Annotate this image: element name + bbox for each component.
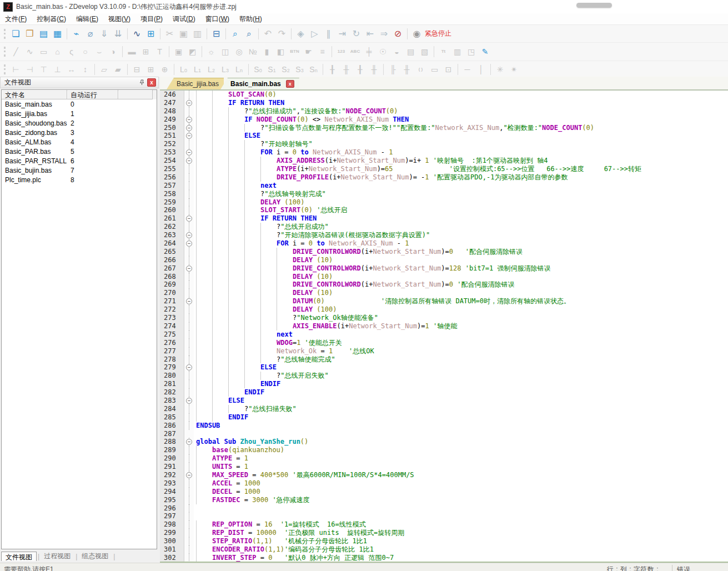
list-widget-icon[interactable]: ≡ [315, 46, 329, 58]
new-file-icon[interactable]: ❏ [9, 27, 23, 41]
ladder-sn-icon[interactable]: Sn [307, 63, 320, 76]
palette-icon[interactable]: ◒ [390, 46, 404, 58]
align-bottom-icon[interactable]: ⊥ [51, 63, 64, 76]
burst-tool-icon[interactable]: ✴ [507, 63, 521, 76]
redo-icon[interactable]: ↷ [275, 27, 289, 41]
print-icon[interactable]: ⊟ [209, 27, 223, 41]
ladder-ln-icon[interactable]: Ln [232, 63, 246, 76]
oscilloscope-icon[interactable]: ∿ [130, 27, 144, 41]
fold-collapse-icon[interactable] [184, 231, 194, 239]
menu-item[interactable]: 调试(D) [168, 13, 200, 25]
pen-icon[interactable]: ✎ [478, 46, 492, 58]
fold-collapse-icon[interactable] [184, 438, 194, 446]
file-column-header[interactable]: 文件名 [2, 90, 67, 99]
copy-icon[interactable]: ▣ [177, 27, 190, 41]
transform-icon[interactable]: ◩ [185, 46, 199, 58]
save-all-icon[interactable]: ▦ [51, 27, 64, 41]
file-row[interactable]: Plc_time.plc8 [2, 175, 157, 184]
draw-curve-icon[interactable]: ς [64, 46, 78, 58]
fold-collapse-icon[interactable] [184, 264, 194, 273]
menu-item[interactable]: 文件(F) [0, 13, 32, 25]
grid-dashed-icon[interactable]: ⊟ [130, 63, 144, 76]
run-to-cursor-icon[interactable]: ⇒ [377, 27, 391, 41]
fold-collapse-icon[interactable] [184, 214, 194, 223]
debug-run-icon[interactable]: ▷ [308, 27, 322, 41]
function-block-icon[interactable]: ▭ [428, 63, 441, 76]
debug-pause-icon[interactable]: ∥ [322, 27, 335, 41]
button-widget-icon[interactable]: BTN [288, 46, 302, 58]
chart-widget-icon[interactable]: ▥ [450, 46, 464, 58]
file-row[interactable]: Basic_PAR.bas5 [2, 147, 157, 156]
slider-widget-icon[interactable]: ╪ [362, 46, 376, 58]
pin-icon[interactable] [138, 79, 145, 87]
menu-item[interactable]: 编辑(E) [71, 13, 103, 25]
text-input-icon[interactable]: ABC [348, 46, 362, 58]
download-rom-icon[interactable]: ⇊ [111, 27, 125, 41]
find-in-project-icon[interactable]: ⌕ [242, 27, 256, 41]
align-left-icon[interactable]: ⊢ [9, 63, 23, 76]
fold-collapse-icon[interactable] [184, 363, 194, 372]
step-into-icon[interactable]: ⇥ [335, 27, 349, 41]
disconnect-icon[interactable]: ⌀ [83, 27, 97, 41]
grid-doc-icon[interactable]: ⊞ [144, 63, 158, 76]
emergency-stop-button[interactable]: ◉ [410, 27, 424, 41]
cad-import-icon[interactable]: ▧ [418, 46, 431, 58]
paste-icon[interactable]: ▥ [190, 27, 204, 41]
hline-icon[interactable]: ─ [460, 63, 474, 76]
ladder-s3-icon[interactable]: S3 [293, 63, 307, 76]
save-icon[interactable]: ▤ [37, 27, 51, 41]
ruler-icon[interactable]: ▬ [125, 46, 139, 58]
image-icon[interactable]: ▣ [172, 46, 185, 58]
contact-falling-icon[interactable]: ╫ [367, 63, 381, 76]
menu-item[interactable]: 帮助(H) [234, 13, 267, 25]
fold-collapse-icon[interactable] [184, 397, 194, 405]
contact-rising-icon[interactable]: ╂ [353, 63, 367, 76]
align-right-icon[interactable]: ⊣ [23, 63, 37, 76]
file-row[interactable]: Basic_bujin.bas7 [2, 166, 157, 175]
numeric-input-icon[interactable]: 123 [334, 46, 348, 58]
find-icon[interactable]: ⌕ [228, 27, 242, 41]
counter-icon[interactable]: № [246, 46, 260, 58]
align-top-icon[interactable]: ⊤ [37, 63, 51, 76]
undo-icon[interactable]: ↶ [261, 27, 275, 41]
fold-collapse-icon[interactable] [184, 239, 194, 248]
editor-tab[interactable]: Basic_main.basx [220, 78, 299, 89]
stop-debug-icon[interactable]: ⊘ [391, 27, 405, 41]
star-tool-icon[interactable]: ✳ [493, 63, 507, 76]
file-column-header[interactable] [118, 90, 153, 99]
vline-icon[interactable]: │ [474, 63, 488, 76]
table-icon[interactable]: ⊞ [139, 46, 153, 58]
file-row[interactable]: Basic_shoudong.bas2 [2, 118, 157, 128]
contact-nc-icon[interactable]: ╫ [339, 63, 353, 76]
file-row[interactable]: Basic_ALM.bas4 [2, 137, 157, 147]
fold-collapse-icon[interactable] [184, 148, 194, 157]
panel-tab-1[interactable]: 文件视图 [1, 552, 37, 561]
menu-item[interactable]: 项目(P) [135, 13, 168, 25]
contact-branch-icon[interactable]: ╟ [386, 63, 400, 76]
fold-collapse-icon[interactable] [184, 297, 194, 305]
text-icon[interactable]: T [153, 46, 167, 58]
fold-collapse-icon[interactable] [184, 116, 194, 124]
ladder-s2-icon[interactable]: S2 [279, 63, 293, 76]
combo-icon[interactable]: ◧ [274, 46, 288, 58]
step-out-icon[interactable]: ⇤ [363, 27, 377, 41]
fold-collapse-icon[interactable] [184, 99, 194, 107]
send-back-icon[interactable]: ▰ [111, 63, 125, 76]
contact-no-icon[interactable]: ╂ [325, 63, 339, 76]
panel-tab-3[interactable]: 组态视图 [78, 551, 112, 562]
file-column-header[interactable]: 自动运行 [67, 90, 118, 99]
fold-collapse-icon[interactable] [184, 124, 194, 132]
fold-collapse-icon[interactable] [184, 471, 194, 479]
ladder-l1-icon[interactable]: L1 [190, 63, 204, 76]
grid-snap-icon[interactable]: ⊕ [158, 63, 172, 76]
menu-item[interactable]: 控制器(C) [32, 13, 71, 25]
connect-controller-icon[interactable]: ⌁ [69, 27, 83, 41]
align-center-v-icon[interactable]: ↕ [78, 63, 92, 76]
contact-parallel-icon[interactable]: ╫ [400, 63, 414, 76]
menu-item[interactable]: 视图(V) [103, 13, 135, 25]
fold-collapse-icon[interactable] [184, 157, 194, 165]
bus-config-icon[interactable]: ⊞ [144, 27, 158, 41]
meter-icon[interactable]: ◎ [232, 46, 246, 58]
ladder-s1-icon[interactable]: S1 [265, 63, 279, 76]
fold-collapse-icon[interactable] [184, 132, 194, 140]
